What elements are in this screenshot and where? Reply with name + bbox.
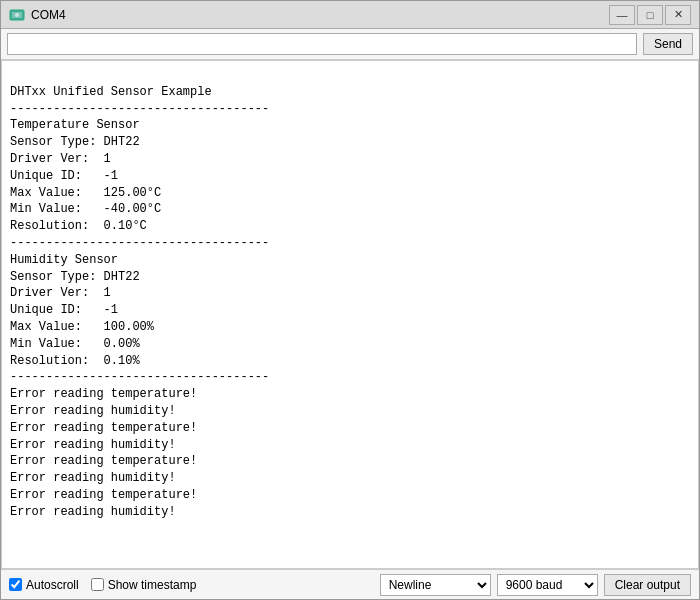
autoscroll-text: Autoscroll	[26, 578, 79, 592]
autoscroll-label[interactable]: Autoscroll	[9, 578, 79, 592]
close-button[interactable]: ✕	[665, 5, 691, 25]
maximize-button[interactable]: □	[637, 5, 663, 25]
status-left: Autoscroll Show timestamp	[9, 578, 368, 592]
window-icon	[9, 7, 25, 23]
status-right: No line ending Newline Carriage return B…	[380, 574, 691, 596]
timestamp-label[interactable]: Show timestamp	[91, 578, 197, 592]
status-bar: Autoscroll Show timestamp No line ending…	[1, 569, 699, 599]
main-window: COM4 — □ ✕ Send DHTxx Unified Sensor Exa…	[0, 0, 700, 600]
timestamp-checkbox[interactable]	[91, 578, 104, 591]
svg-point-2	[15, 13, 19, 17]
toolbar: Send	[1, 29, 699, 60]
send-button[interactable]: Send	[643, 33, 693, 55]
serial-output: DHTxx Unified Sensor Example -----------…	[1, 60, 699, 569]
autoscroll-checkbox[interactable]	[9, 578, 22, 591]
serial-input[interactable]	[7, 33, 637, 55]
clear-output-button[interactable]: Clear output	[604, 574, 691, 596]
window-title: COM4	[31, 8, 609, 22]
timestamp-text: Show timestamp	[108, 578, 197, 592]
baud-dropdown[interactable]: 300 baud 1200 baud 2400 baud 4800 baud 9…	[497, 574, 598, 596]
window-controls: — □ ✕	[609, 5, 691, 25]
title-bar: COM4 — □ ✕	[1, 1, 699, 29]
minimize-button[interactable]: —	[609, 5, 635, 25]
newline-dropdown[interactable]: No line ending Newline Carriage return B…	[380, 574, 491, 596]
output-text: DHTxx Unified Sensor Example -----------…	[10, 85, 269, 519]
